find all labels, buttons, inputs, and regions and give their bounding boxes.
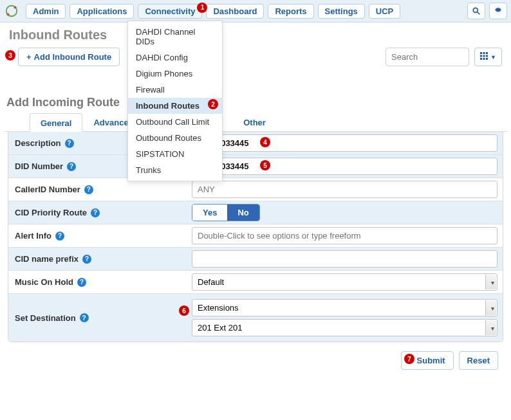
annotation-badge-1: 1 (197, 3, 207, 13)
moh-select[interactable] (192, 273, 497, 291)
destination-category-select[interactable] (192, 299, 497, 316)
help-icon[interactable]: ? (91, 208, 100, 217)
annotation-badge-7: 7 (404, 354, 414, 364)
dropdown-item-outbound-routes[interactable]: Outbound Routes (128, 130, 222, 146)
dropdown-item-dahdi-config[interactable]: DAHDi Config (128, 50, 222, 66)
top-navbar: Admin Applications Connectivity 1 Dashbo… (0, 0, 511, 23)
dropdown-item-dahdi-dids[interactable]: DAHDI Channel DIDs (128, 24, 222, 50)
search-input[interactable] (386, 48, 469, 66)
alert-info-label: Alert Info (15, 231, 51, 241)
svg-point-2 (6, 13, 9, 15)
dropdown-item-label: Inbound Routes (136, 101, 200, 111)
cid-priority-toggle: Yes No (192, 204, 260, 221)
nav-dashboard[interactable]: Dashboard (206, 4, 264, 19)
form: Description ? 4 DID Number ? 5 CallerID … (8, 132, 503, 342)
cid-priority-label: CID Priority Route (15, 208, 87, 217)
view-toggle-button[interactable]: ▼ (474, 48, 502, 66)
description-input[interactable] (192, 134, 497, 152)
svg-rect-12 (480, 58, 482, 60)
help-icon[interactable]: ? (55, 232, 64, 241)
submit-label: Submit (417, 356, 445, 365)
app-logo-icon (4, 3, 19, 19)
plus-icon: + (26, 52, 32, 62)
svg-rect-7 (483, 52, 485, 54)
svg-line-4 (478, 12, 480, 15)
moh-label: Music On Hold (15, 277, 73, 287)
search-icon[interactable] (467, 3, 485, 19)
help-icon[interactable]: ? (77, 278, 86, 287)
annotation-badge-6: 6 (179, 306, 189, 316)
tab-general[interactable]: General (30, 113, 82, 132)
nav-settings[interactable]: Settings (318, 4, 365, 19)
nav-connectivity[interactable]: Connectivity (138, 4, 202, 19)
svg-rect-6 (480, 52, 482, 54)
cid-prefix-label: CID name prefix (15, 254, 79, 264)
connectivity-dropdown: DAHDI Channel DIDs DAHDi Config Digium P… (127, 21, 223, 181)
cid-priority-yes[interactable]: Yes (192, 205, 227, 221)
dropdown-item-sipstation[interactable]: SIPSTATION (128, 146, 222, 162)
tab-other[interactable]: Other (232, 113, 277, 131)
dropdown-item-inbound-routes[interactable]: Inbound Routes 2 (128, 98, 222, 114)
cid-priority-no[interactable]: No (227, 205, 259, 221)
help-icon[interactable]: ? (82, 255, 91, 264)
help-icon[interactable]: ? (65, 139, 74, 148)
section-title: Add Incoming Route (4, 96, 507, 113)
nav-reports[interactable]: Reports (268, 4, 313, 19)
callerid-label: CallerID Number (15, 185, 80, 194)
nav-applications[interactable]: Applications (70, 4, 134, 19)
callerid-input[interactable] (192, 181, 497, 198)
svg-rect-8 (486, 52, 488, 54)
svg-rect-11 (486, 55, 488, 57)
nav-admin[interactable]: Admin (26, 4, 66, 19)
svg-point-1 (14, 6, 16, 8)
help-icon[interactable]: ? (67, 162, 76, 171)
destination-target-select[interactable] (192, 319, 497, 336)
dropdown-item-outbound-call-limit[interactable]: Outbound Call Limit (128, 114, 222, 130)
annotation-badge-3: 3 (5, 50, 15, 60)
svg-rect-9 (480, 55, 482, 57)
svg-rect-13 (483, 58, 485, 60)
page-title: Inbound Routes (9, 28, 107, 42)
caret-down-icon: ▼ (490, 54, 496, 60)
set-destination-label: Set Destination (15, 313, 76, 323)
add-inbound-route-button[interactable]: + Add Inbound Route (18, 48, 120, 66)
annotation-badge-4: 4 (260, 137, 270, 147)
settings-icon[interactable] (489, 3, 507, 19)
add-inbound-route-label: Add Inbound Route (34, 52, 112, 62)
did-label: DID Number (15, 161, 63, 171)
dropdown-item-trunks[interactable]: Trunks (128, 162, 222, 178)
help-icon[interactable]: ? (84, 185, 93, 194)
dropdown-item-digium[interactable]: Digium Phones (128, 66, 222, 82)
grid-icon (480, 52, 488, 62)
annotation-badge-2: 2 (208, 99, 218, 109)
help-icon[interactable]: ? (80, 313, 89, 322)
nav-ucp[interactable]: UCP (369, 4, 400, 19)
tabbar: General Advanced Privacy Fax Other (4, 113, 507, 132)
alert-info-input[interactable] (192, 227, 497, 244)
reset-button[interactable]: Reset (459, 351, 498, 370)
svg-rect-14 (486, 58, 488, 60)
svg-rect-10 (483, 55, 485, 57)
description-label: Description (15, 138, 61, 148)
annotation-badge-5: 5 (260, 160, 270, 170)
dropdown-item-firewall[interactable]: Firewall (128, 82, 222, 98)
svg-point-3 (473, 8, 478, 12)
cid-prefix-input[interactable] (192, 250, 497, 268)
did-input[interactable] (192, 158, 497, 175)
